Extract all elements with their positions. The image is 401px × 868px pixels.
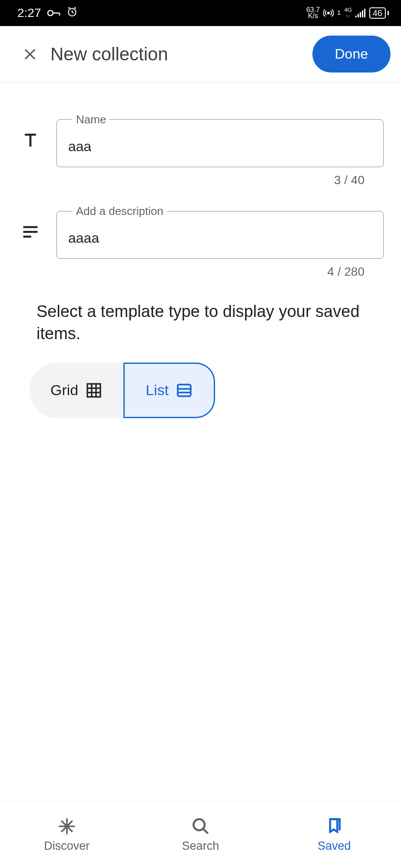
svg-rect-21 bbox=[87, 384, 100, 397]
svg-point-0 bbox=[48, 10, 53, 16]
description-icon bbox=[17, 222, 43, 241]
status-bar: 2:27 63.7 K/s bbox=[0, 0, 401, 26]
nav-search-label: Search bbox=[182, 839, 219, 853]
signal-icon bbox=[355, 9, 366, 17]
description-counter: 4 / 280 bbox=[17, 265, 365, 279]
list-icon bbox=[176, 382, 193, 399]
app-header: New collection Done bbox=[0, 26, 401, 83]
svg-rect-9 bbox=[355, 16, 357, 17]
done-button[interactable]: Done bbox=[312, 36, 391, 73]
bookmark-icon bbox=[325, 817, 344, 836]
name-field[interactable]: Name bbox=[56, 113, 384, 167]
nav-discover[interactable]: Discover bbox=[0, 801, 134, 868]
description-input[interactable] bbox=[68, 230, 372, 246]
nav-search[interactable]: Search bbox=[134, 801, 268, 868]
hotspot-icon bbox=[323, 8, 334, 18]
name-input[interactable] bbox=[68, 139, 372, 155]
text-icon bbox=[17, 131, 43, 150]
svg-line-34 bbox=[203, 828, 208, 833]
description-field[interactable]: Add a description bbox=[56, 205, 384, 259]
discover-icon bbox=[57, 817, 76, 836]
bottom-nav: Discover Search Saved bbox=[0, 801, 401, 868]
list-toggle[interactable]: List bbox=[123, 363, 215, 418]
svg-line-7 bbox=[74, 7, 76, 8]
svg-line-6 bbox=[68, 7, 70, 8]
network-speed: 63.7 K/s bbox=[306, 7, 320, 19]
name-counter: 3 / 40 bbox=[17, 173, 365, 187]
template-toggle-group: Grid List bbox=[30, 363, 215, 418]
battery-icon: 46 bbox=[369, 7, 386, 19]
nav-saved[interactable]: Saved bbox=[267, 801, 401, 868]
sim-indicator: 1 bbox=[337, 9, 341, 16]
svg-point-8 bbox=[328, 12, 329, 14]
vpn-key-icon bbox=[47, 6, 60, 20]
grid-icon bbox=[85, 382, 103, 399]
svg-rect-10 bbox=[358, 14, 359, 17]
battery-tip bbox=[388, 11, 389, 15]
template-prompt: Select a template type to display your s… bbox=[17, 296, 384, 363]
list-toggle-label: List bbox=[146, 382, 169, 399]
status-time: 2:27 bbox=[17, 6, 41, 20]
grid-toggle-label: Grid bbox=[50, 382, 78, 399]
close-icon[interactable] bbox=[22, 46, 38, 63]
grid-toggle[interactable]: Grid bbox=[30, 363, 123, 418]
name-label: Name bbox=[73, 113, 109, 126]
svg-rect-11 bbox=[360, 12, 361, 17]
svg-line-5 bbox=[72, 12, 73, 13]
nav-saved-label: Saved bbox=[318, 839, 351, 853]
network-type: 4G↑↓ bbox=[344, 7, 351, 19]
alarm-icon bbox=[66, 6, 78, 20]
svg-point-33 bbox=[193, 819, 205, 830]
nav-discover-label: Discover bbox=[44, 839, 89, 853]
svg-rect-13 bbox=[364, 9, 365, 17]
search-icon bbox=[191, 817, 210, 836]
page-title: New collection bbox=[50, 44, 300, 65]
description-label: Add a description bbox=[73, 205, 167, 218]
svg-rect-12 bbox=[362, 10, 363, 17]
svg-rect-26 bbox=[178, 384, 191, 396]
